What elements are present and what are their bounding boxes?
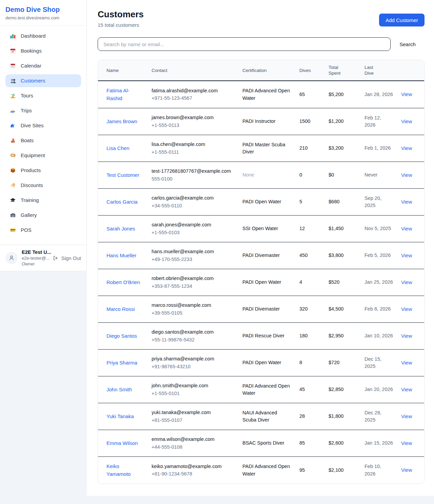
customer-phone: +1-555-0103 — [152, 229, 234, 237]
customer-name-link[interactable]: Marco Rossi — [106, 306, 135, 312]
sidebar-item-label: Gallery — [21, 212, 37, 219]
certification-value: BSAC Sports Diver — [242, 440, 284, 446]
customers-table-card: NameContactCertificationDivesTotal Spent… — [98, 60, 425, 484]
customer-name-link[interactable]: Lisa Chen — [106, 145, 130, 151]
user-section: E2E Test U... e2e-tester@... Owner Sign … — [0, 245, 86, 271]
certification-value: NAUI Advanced Scuba Diver — [242, 410, 277, 423]
column-header: Contact — [147, 60, 238, 81]
view-link[interactable]: View — [401, 360, 412, 366]
sidebar-item-training[interactable]: Training — [5, 194, 81, 207]
sidebar-item-customers[interactable]: Customers — [5, 74, 81, 87]
total-spent-value: $2,100 — [329, 467, 343, 473]
last-dive-date: Jan 25, 2026 — [364, 279, 393, 285]
customer-name-link[interactable]: Fatima Al-Rashid — [106, 88, 130, 101]
sign-out-button[interactable]: Sign Out — [52, 255, 81, 261]
customer-name-link[interactable]: Hans Mueller — [106, 253, 136, 258]
view-link[interactable]: View — [401, 387, 412, 392]
customer-name-link[interactable]: Test Customer — [106, 172, 139, 178]
sidebar-item-discounts[interactable]: Discounts — [5, 179, 81, 192]
dives-count: 12 — [299, 226, 305, 231]
sign-out-label: Sign Out — [61, 255, 81, 261]
sidebar-item-gallery[interactable]: Gallery — [5, 209, 81, 222]
sidebar-item-equipment[interactable]: Equipment — [5, 149, 81, 162]
sidebar-item-calendar[interactable]: Calendar — [5, 59, 81, 72]
view-link[interactable]: View — [401, 306, 412, 312]
sidebar-nav: Dashboard17BookingsCalendarCustomersTour… — [0, 25, 86, 239]
gallery-icon — [9, 212, 16, 219]
customer-name-link[interactable]: Keiko Yamamoto — [106, 463, 131, 477]
certification-value: PADI Rescue Diver — [242, 333, 284, 338]
certification-value: None — [242, 172, 254, 178]
certification-value: PADI Open Water — [242, 199, 281, 204]
view-link[interactable]: View — [401, 118, 412, 124]
dives-count: 180 — [299, 333, 308, 338]
view-link[interactable]: View — [401, 467, 412, 473]
customer-name-link[interactable]: Emma Wilson — [106, 440, 138, 446]
sidebar-item-dive-sites[interactable]: Dive Sites — [5, 119, 81, 132]
tours-icon — [9, 92, 16, 99]
total-spent-value: $680 — [329, 199, 339, 204]
customer-email: fatima.alrashid@example.com — [152, 87, 234, 95]
last-dive-date: Sep 20, 2025 — [364, 195, 381, 208]
last-dive-date: Dec 28, 2025 — [364, 410, 381, 423]
dives-count: 28 — [299, 413, 305, 419]
search-input[interactable] — [98, 37, 391, 51]
last-dive-date: Feb 1, 2026 — [364, 145, 391, 151]
sidebar-item-label: Training — [21, 197, 39, 204]
customer-name-link[interactable]: Priya Sharma — [106, 360, 137, 366]
column-header: Last Dive — [360, 60, 397, 81]
customer-name-link[interactable]: Carlos Garcia — [106, 199, 138, 205]
sidebar-item-boats[interactable]: Boats — [5, 134, 81, 147]
customer-name-link[interactable]: Robert O'Brien — [106, 279, 140, 285]
certification-value: PADI Open Water — [242, 360, 281, 365]
customer-phone: +353-87-555-1234 — [152, 283, 234, 290]
user-role: Owner — [22, 261, 48, 266]
table-row: Keiko Yamamotokeiko.yamamoto@example.com… — [98, 457, 424, 484]
customer-name-link[interactable]: Diego Santos — [106, 333, 137, 339]
bookings-icon: 17 — [9, 48, 16, 54]
view-link[interactable]: View — [401, 413, 412, 419]
sidebar-item-label: Products — [21, 167, 41, 174]
search-button[interactable]: Search — [391, 41, 425, 48]
total-spent-value: $4,500 — [329, 306, 343, 312]
table-row: James Brownjames.brown@example.com+1-555… — [98, 108, 424, 135]
dives-count: 45 — [299, 387, 305, 392]
customer-name-link[interactable]: John Smith — [106, 387, 132, 392]
last-dive-date: Feb 12, 2026 — [364, 115, 381, 128]
sidebar-item-pos[interactable]: POS — [5, 224, 81, 237]
dives-count: 8 — [299, 360, 302, 365]
column-header: Certification — [238, 60, 295, 81]
table-row: Diego Santosdiego.santos@example.com+55-… — [98, 323, 424, 350]
view-link[interactable]: View — [401, 333, 412, 339]
dives-count: 95 — [299, 467, 305, 473]
sidebar-item-tours[interactable]: Tours — [5, 89, 81, 102]
view-link[interactable]: View — [401, 199, 412, 205]
user-name: E2E Test U... — [22, 249, 48, 255]
view-link[interactable]: View — [401, 226, 412, 231]
table-row: Marco Rossimarco.rossi@example.com+39-55… — [98, 296, 424, 323]
customer-phone: +44-555-0108 — [152, 444, 234, 451]
add-customer-button[interactable]: Add Customer — [379, 14, 425, 26]
view-link[interactable]: View — [401, 440, 412, 446]
sidebar-item-trips[interactable]: Trips — [5, 104, 81, 117]
equipment-icon — [9, 152, 16, 159]
view-link[interactable]: View — [401, 91, 412, 97]
sidebar-item-bookings[interactable]: 17Bookings — [5, 44, 81, 57]
dives-count: 85 — [299, 440, 305, 446]
sidebar-item-label: Customers — [21, 77, 45, 84]
customer-name-link[interactable]: Yuki Tanaka — [106, 413, 134, 419]
dives-count: 210 — [299, 145, 308, 151]
trips-icon — [9, 107, 16, 114]
total-spent-value: $3,800 — [329, 253, 343, 258]
view-link[interactable]: View — [401, 145, 412, 151]
sidebar-item-dashboard[interactable]: Dashboard — [5, 30, 81, 42]
table-row: Emma Wilsonemma.wilson@example.com+44-55… — [98, 430, 424, 457]
customer-name-link[interactable]: Sarah Jones — [106, 226, 135, 231]
view-link[interactable]: View — [401, 253, 412, 258]
certification-value: SSI Open Water — [242, 226, 278, 231]
view-link[interactable]: View — [401, 172, 412, 178]
user-info: E2E Test U... e2e-tester@... Owner — [22, 249, 48, 266]
sidebar-item-products[interactable]: Products — [5, 164, 81, 177]
view-link[interactable]: View — [401, 279, 412, 285]
customer-name-link[interactable]: James Brown — [106, 118, 137, 124]
